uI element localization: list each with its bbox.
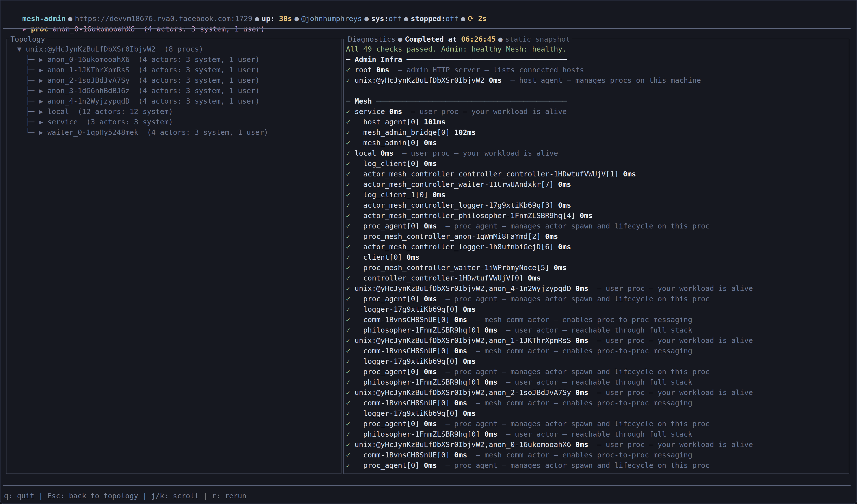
diagnostics-summary: All 49 checks passed. Admin: healthy Mes… [346,44,849,54]
check-icon: ✓ [346,378,350,386]
check-description: – proc agent – manages actor spawn and l… [437,295,710,303]
check-duration: 0ms [424,139,437,147]
topology-node[interactable]: └─ ▶ waiter_0-1qpHy5248mek (4 actors: 3 … [9,127,341,138]
check-duration: 0ms [623,170,636,178]
diagnostics-list[interactable]: All 49 checks passed. Admin: healthy Mes… [344,39,849,473]
check-duration: 0ms [454,399,467,407]
check-name: host_agent[0] [350,118,424,126]
check-name: logger-17g9xtiKb69q[0] [350,357,463,365]
check-name: actor_mesh_controller_logger-1h8ufnbiGej… [350,243,558,251]
check-name: proc_agent[0] [350,295,424,303]
check-icon: ✓ [346,263,350,272]
check-duration: 0ms [558,243,571,251]
check-row: ✓ unix:@yHcJynKzBuLfDbXSr0IbjvW2,anon_0-… [346,439,849,450]
check-duration: 0ms [489,76,502,85]
breadcrumb-arrow-icon: ▸ [22,25,27,33]
check-duration: 0ms [485,378,498,386]
check-duration: 0ms [424,461,437,470]
check-icon: ✓ [346,274,350,282]
check-icon: ✓ [346,232,350,241]
check-icon: ✓ [346,357,350,365]
check-row: ✓ unix:@yHcJynKzBuLfDbXSr0IbjvW2 0ms – h… [346,75,849,86]
check-icon: ✓ [346,336,350,345]
check-icon: ✓ [346,201,350,209]
check-name: mesh_admin_bridge[0] [350,128,454,137]
check-row: ✓ mesh_admin_bridge[0] 102ms [346,127,849,138]
section-label: ─ Admin Infra ──────────────────────────… [346,55,567,64]
check-description: – admin HTTP server – lists connected ho… [389,66,584,74]
check-name: comm-1BvnsCH8SnUE[0] [350,347,454,355]
check-duration: 0ms [485,430,498,438]
selected-proc-name: anon_0-16ukomooahX6 [53,25,135,33]
check-row: ✓ comm-1BvnsCH8SnUE[0] 0ms – mesh comm a… [346,450,849,460]
check-row: ✓ unix:@yHcJynKzBuLfDbXSr0IbjvW2,anon_1-… [346,335,849,346]
check-icon: ✓ [346,170,350,178]
check-row: ✓ proc_mesh_controller_waiter-1iWPrbmyNo… [346,262,849,273]
check-description: – mesh comm actor – enables proc-to-proc… [467,315,692,324]
topology-node[interactable]: ├─ ▶ anon_3-1dG6nhBdBJ6z (4 actors: 3 sy… [9,86,341,96]
check-row: ✓ philosopher-1FnmZLSBR9hq[0] 0ms – user… [346,429,849,439]
check-duration: 0ms [424,159,437,168]
check-name: root [350,66,376,74]
check-icon: ✓ [346,388,350,397]
check-row: ✓ proc_agent[0] 0ms – proc agent – manag… [346,460,849,471]
check-icon: ✓ [346,118,350,126]
check-name: comm-1BvnsCH8SnUE[0] [350,399,454,407]
check-duration: 0ms [454,451,467,459]
sys-toggle-label: sys: [371,14,389,23]
check-row: ✓ log_client_1[0] 0ms [346,190,849,200]
check-row: ✓ actor_mesh_controller_logger-1h8ufnbiG… [346,242,849,252]
check-duration: 0ms [376,66,389,74]
stopped-toggle-label: stopped: [411,14,446,23]
check-description: – user proc – your workload is alive [393,149,558,157]
check-icon: ✓ [346,315,350,324]
check-description: – host agent – manages procs on this mac… [502,76,701,85]
topology-node[interactable]: ├─ ▶ anon_1-1JKThrXpmRsS (4 actors: 3 sy… [9,65,341,75]
topology-node[interactable]: ├─ ▶ anon_0-16ukomooahX6 (4 actors: 3 sy… [9,54,341,65]
check-name: actor_mesh_controller_logger-17g9xtiKb69… [350,201,558,209]
check-name: logger-17g9xtiKb69q[0] [350,409,463,418]
check-description: – mesh comm actor – enables proc-to-proc… [467,451,692,459]
check-duration: 0ms [528,274,541,282]
check-row: ✓ client[0] 0ms [346,252,849,262]
check-icon: ✓ [346,440,350,449]
topology-tree[interactable]: ▼ unix:@yHcJynKzBuLfDbXSr0IbjvW2 (8 proc… [6,39,341,473]
header-divider [3,28,851,29]
selected-proc-meta: (4 actors: 3 system, 1 user) [144,25,265,33]
check-name: unix:@yHcJynKzBuLfDbXSr0IbjvW2,anon_1-1J… [350,336,575,345]
check-duration: 0ms [389,107,402,116]
check-row: ✓ proc_agent[0] 0ms – proc agent – manag… [346,294,849,304]
check-name: local [350,149,381,157]
topology-node[interactable]: ├─ ▶ anon_4-1n2WyjzypqdD (4 actors: 3 sy… [9,96,341,106]
check-description: – user actor – reachable through full st… [498,326,692,334]
topology-node[interactable]: ├─ ▶ local (12 actors: 12 system) [9,106,341,117]
topology-node[interactable]: ├─ ▶ anon_2-1soJBdJvA7Sy (4 actors: 3 sy… [9,75,341,86]
check-row: ✓ root 0ms – admin HTTP server – lists c… [346,65,849,75]
separator-dot: ● [461,14,465,23]
check-name: unix:@yHcJynKzBuLfDbXSr0IbjvW2,anon_0-16… [350,440,575,449]
check-row: ✓ proc_agent[0] 0ms – proc agent – manag… [346,366,849,377]
check-icon: ✓ [346,419,350,428]
check-duration: 0ms [463,357,476,365]
check-name: philosopher-1FnmZLSBR9hq[0] [350,430,484,438]
check-name: proc_agent[0] [350,222,424,230]
statusbar-keybindings: q: quit | Esc: back to topology | j/k: s… [4,491,247,501]
topology-root-node[interactable]: ▼ unix:@yHcJynKzBuLfDbXSr0IbjvW2 (8 proc… [9,44,341,54]
check-duration: 0ms [463,305,476,313]
check-icon: ✓ [346,253,350,261]
check-icon: ✓ [346,347,350,355]
check-name: proc_mesh_controller_waiter-1iWPrbmyNoce… [350,263,554,272]
check-row: ✓ logger-17g9xtiKb69q[0] 0ms [346,356,849,366]
check-row: ✓ local 0ms – user proc – your workload … [346,148,849,158]
check-duration: 0ms [580,211,593,220]
topology-node[interactable]: ├─ ▶ service (3 actors: 3 system) [9,117,341,127]
check-row: ✓ unix:@yHcJynKzBuLfDbXSr0IbjvW2,anon_4-… [346,283,849,294]
check-row: ✓ proc_agent[0] 0ms – proc agent – manag… [346,418,849,429]
check-icon: ✓ [346,399,350,407]
check-duration: 0ms [406,253,419,261]
check-icon: ✓ [346,66,350,74]
check-icon: ✓ [346,284,350,293]
check-row: ✓ log_client[0] 0ms [346,158,849,169]
check-name: unix:@yHcJynKzBuLfDbXSr0IbjvW2,anon_4-1n… [350,284,575,293]
section-header: ─ Admin Infra ──────────────────────────… [346,54,849,65]
